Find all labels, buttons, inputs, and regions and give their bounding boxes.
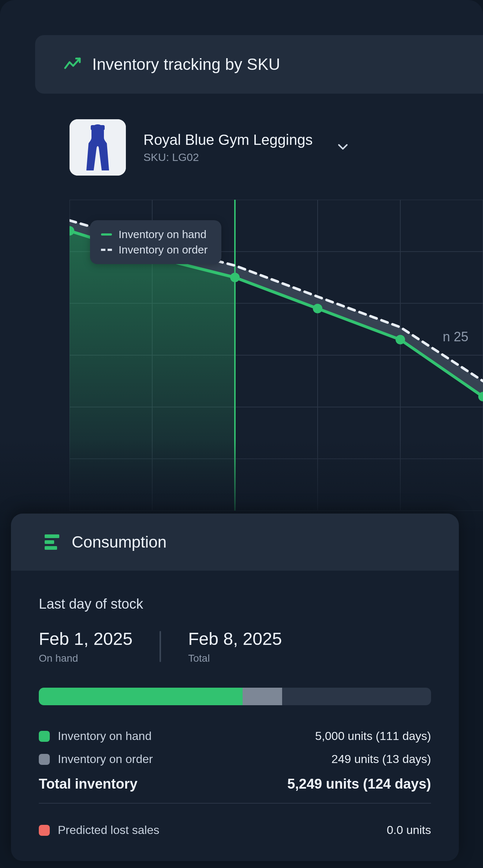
svg-rect-1 [91,125,105,130]
total-date-block: Feb 8, 2025 Total [188,629,282,664]
inventory-chart[interactable]: Inventory on hand Inventory on order [70,200,483,534]
row-on-order: Inventory on order 249 units (13 days) [39,752,431,766]
row-lost-sales-label: Predicted lost sales [58,823,159,837]
product-thumbnail [70,119,126,176]
on-hand-date: Feb 1, 2025 [39,629,132,649]
last-day-label: Last day of stock [39,596,431,612]
svg-point-20 [396,335,405,345]
bars-icon [45,534,59,550]
product-text: Royal Blue Gym Leggings SKU: LG02 [143,132,312,164]
chart-line-icon [64,56,81,73]
legend-on-hand: Inventory on hand [101,228,207,241]
row-on-order-value: 249 units (13 days) [332,752,431,766]
legend-on-order: Inventory on order [101,244,207,256]
row-lost-sales: Predicted lost sales 0.0 units [39,823,431,837]
chevron-down-icon [337,141,348,154]
consumption-card: Consumption Last day of stock Feb 1, 202… [11,514,459,861]
bar-segment-on-order [243,688,282,705]
legend-on-hand-label: Inventory on hand [119,228,206,241]
legend-on-order-label: Inventory on order [119,244,207,256]
swatch-green [39,731,50,742]
svg-point-19 [313,304,322,313]
bar-segment-on-hand [39,688,243,705]
chart-x-tick: n 25 [443,329,468,345]
on-hand-date-block: Feb 1, 2025 On hand [39,629,132,664]
swatch-red [39,825,50,836]
legend-swatch-dash [101,249,112,251]
inventory-tracking-card: Inventory tracking by SKU Royal Blue Gym… [0,0,483,534]
consumption-header: Consumption [11,514,459,571]
card-header: Inventory tracking by SKU [35,35,483,94]
row-total: Total inventory 5,249 units (124 days) [39,776,431,792]
card-title: Inventory tracking by SKU [92,55,280,74]
chart-legend: Inventory on hand Inventory on order [90,220,221,264]
on-hand-date-sub: On hand [39,653,132,664]
inventory-bar [39,688,431,705]
consumption-title: Consumption [72,533,166,551]
stock-dates: Feb 1, 2025 On hand Feb 8, 2025 Total [39,629,431,664]
divider [39,803,431,804]
divider-vertical [160,631,161,662]
total-date: Feb 8, 2025 [188,629,282,649]
svg-point-18 [230,273,240,282]
legend-swatch-green [101,233,112,236]
row-total-value: 5,249 units (124 days) [287,776,431,792]
row-on-order-label: Inventory on order [58,752,153,766]
product-name: Royal Blue Gym Leggings [143,132,312,148]
swatch-gray [39,754,50,765]
row-on-hand-label: Inventory on hand [58,729,151,743]
row-total-label: Total inventory [39,776,138,792]
row-on-hand: Inventory on hand 5,000 units (111 days) [39,729,431,743]
total-date-sub: Total [188,653,282,664]
row-lost-sales-value: 0.0 units [387,823,431,837]
row-on-hand-value: 5,000 units (111 days) [315,729,431,743]
product-sku: SKU: LG02 [143,151,312,164]
product-selector[interactable]: Royal Blue Gym Leggings SKU: LG02 [70,119,468,176]
